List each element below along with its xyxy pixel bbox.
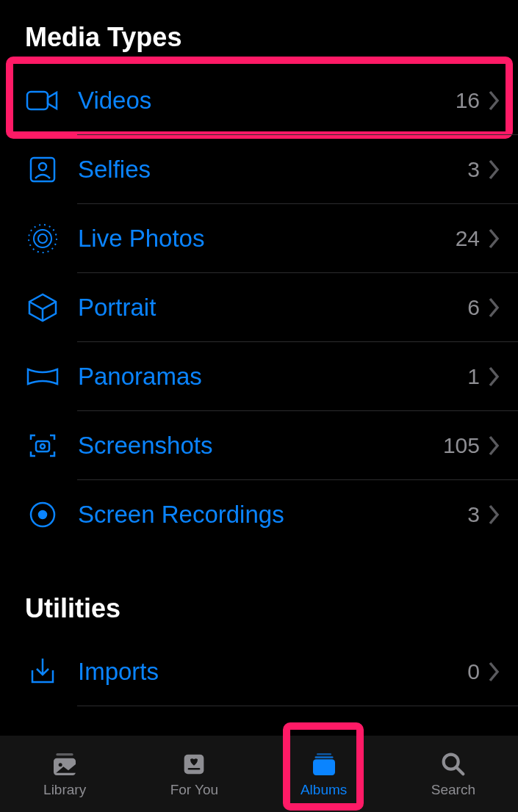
selfies-icon (25, 152, 60, 187)
row-label: Panoramas (78, 363, 467, 391)
svg-point-2 (39, 163, 46, 170)
row-label: Imports (78, 658, 467, 686)
svg-point-5 (29, 225, 57, 253)
svg-point-9 (39, 511, 46, 518)
row-selfies[interactable]: Selfies 3 (0, 135, 518, 204)
panoramas-icon (25, 359, 60, 394)
screen-recordings-icon (25, 497, 60, 532)
tab-for-you[interactable]: For You (139, 750, 249, 798)
tab-label: Search (431, 782, 475, 798)
row-count: 24 (456, 226, 480, 251)
svg-rect-16 (314, 756, 333, 758)
svg-rect-15 (317, 753, 331, 755)
tab-albums[interactable]: Albums (269, 750, 379, 798)
row-count: 3 (467, 502, 480, 527)
row-screen-recordings[interactable]: Screen Recordings 3 (0, 480, 518, 549)
chevron-right-icon (487, 504, 500, 526)
svg-rect-10 (56, 753, 73, 755)
row-label: Videos (78, 87, 456, 115)
row-label: Screen Recordings (78, 501, 467, 529)
row-count: 105 (443, 433, 480, 458)
chevron-right-icon (487, 661, 500, 683)
row-count: 0 (467, 659, 480, 684)
row-videos[interactable]: Videos 16 (0, 66, 518, 135)
row-imports[interactable]: Imports 0 (0, 637, 518, 706)
imports-icon (25, 654, 60, 689)
tab-bar: Library For You Albums Search (0, 736, 518, 812)
row-label: Screenshots (78, 432, 443, 460)
section-title-media-types: Media Types (0, 7, 518, 66)
row-live-photos[interactable]: Live Photos 24 (0, 204, 518, 273)
row-label: Live Photos (78, 225, 456, 253)
portrait-icon (25, 290, 60, 325)
svg-rect-6 (36, 441, 49, 452)
video-icon (25, 83, 60, 118)
row-count: 6 (467, 295, 480, 320)
section-title-utilities: Utilities (0, 579, 518, 637)
row-panoramas[interactable]: Panoramas 1 (0, 342, 518, 411)
row-portrait[interactable]: Portrait 6 (0, 273, 518, 342)
row-count: 1 (467, 364, 480, 389)
row-label: Selfies (78, 156, 467, 184)
svg-rect-0 (27, 92, 48, 109)
svg-rect-17 (313, 759, 335, 775)
live-photos-icon (25, 221, 60, 256)
svg-point-4 (34, 230, 51, 247)
svg-point-7 (40, 444, 45, 449)
row-count: 3 (467, 157, 480, 182)
tab-label: Library (43, 782, 86, 798)
row-count: 16 (456, 88, 480, 113)
svg-point-12 (59, 763, 62, 766)
tab-search[interactable]: Search (398, 750, 508, 798)
svg-point-3 (38, 234, 47, 243)
tab-label: For You (170, 782, 219, 798)
svg-rect-14 (188, 768, 201, 770)
tab-label: Albums (301, 782, 347, 798)
chevron-right-icon (487, 366, 500, 388)
row-screenshots[interactable]: Screenshots 105 (0, 411, 518, 480)
chevron-right-icon (487, 159, 500, 181)
row-label: Portrait (78, 294, 467, 322)
chevron-right-icon (487, 228, 500, 250)
chevron-right-icon (487, 90, 500, 112)
tab-library[interactable]: Library (10, 750, 120, 798)
chevron-right-icon (487, 435, 500, 457)
chevron-right-icon (487, 297, 500, 319)
screenshots-icon (25, 428, 60, 463)
